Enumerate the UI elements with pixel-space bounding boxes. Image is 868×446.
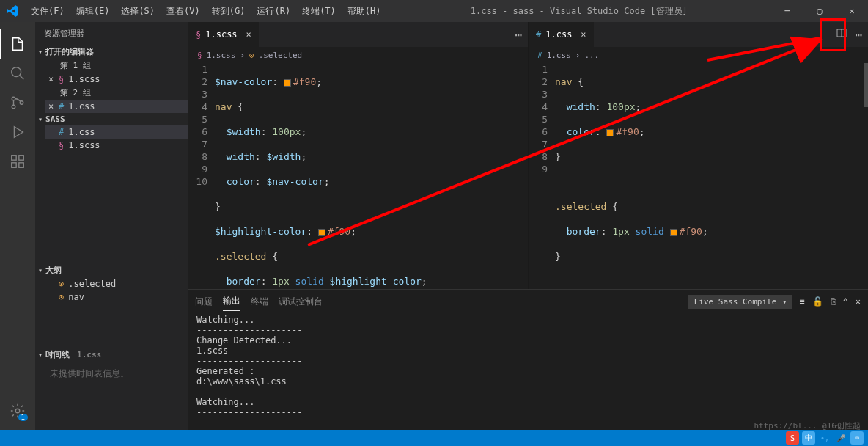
panel-tab-output[interactable]: 输出 <box>223 292 240 311</box>
activity-extensions-icon[interactable] <box>0 147 35 176</box>
panel-tabs: 问题 输出 终端 调试控制台 Live Sass Compile ≡ 🔓 ⎘ ⌃… <box>188 290 868 313</box>
code-body-scss[interactable]: $nav-color: #f90; nav { $width: 100px; w… <box>215 63 528 289</box>
open-editors-section[interactable]: 打开的编辑器 <box>35 45 188 59</box>
menu-file[interactable]: 文件(F) <box>25 5 70 18</box>
menu-run[interactable]: 运行(R) <box>251 5 296 18</box>
panel-close-icon[interactable]: ✕ <box>856 296 861 307</box>
tray-keyboard-icon[interactable]: ⌨ <box>850 431 864 445</box>
minimap-right[interactable] <box>824 63 868 289</box>
tab-close-icon[interactable]: × <box>581 29 586 40</box>
menu-bar: 文件(F) 编辑(E) 选择(S) 查看(V) 转到(G) 运行(R) 终端(T… <box>25 5 387 18</box>
gutter-right: 123456789 <box>529 63 555 289</box>
minimize-button[interactable]: ─ <box>771 0 803 22</box>
file-css[interactable]: #1.css <box>45 125 188 139</box>
tabs-right: #1.css× ⋯ <box>529 22 868 47</box>
tray-punct-icon[interactable]: •, <box>818 431 831 445</box>
open-editor-scss[interactable]: ×§1.scss <box>45 73 188 86</box>
output-panel-body[interactable]: Watching... -------------------- Change … <box>188 313 868 430</box>
tab-scss[interactable]: §1.scss× <box>188 22 260 47</box>
tab-css[interactable]: #1.css× <box>529 22 595 47</box>
svg-point-0 <box>12 67 21 77</box>
menu-edit[interactable]: 编辑(E) <box>70 5 116 18</box>
gutter-left: 12345678910 <box>188 63 215 289</box>
folder-sass-section[interactable]: SASS <box>35 113 188 125</box>
window-controls: ─ ▢ ✕ <box>771 0 868 22</box>
svg-rect-6 <box>12 163 16 167</box>
settings-badge: 1 <box>18 414 28 421</box>
panel-tab-debug-console[interactable]: 调试控制台 <box>279 293 323 311</box>
status-bar[interactable] <box>0 430 868 446</box>
clear-output-icon[interactable]: ≡ <box>799 296 804 307</box>
editor-pane-right: #1.css× ⋯ #1.css › ... 123456789 nav { w… <box>528 22 868 289</box>
lock-scroll-icon[interactable]: 🔓 <box>812 296 823 307</box>
title-bar: 文件(F) 编辑(E) 选择(S) 查看(V) 转到(G) 运行(R) 终端(T… <box>0 0 868 22</box>
svg-rect-5 <box>19 156 23 160</box>
svg-rect-4 <box>12 156 16 160</box>
outline-item-nav[interactable]: ⊙nav <box>45 290 188 304</box>
activity-scm-icon[interactable] <box>0 88 35 117</box>
svg-point-8 <box>15 409 20 413</box>
code-body-css[interactable]: nav { width: 100px; color: #f90; } .sele… <box>555 63 868 289</box>
explorer-title: 资源管理器 <box>35 22 188 45</box>
editor-group-2[interactable]: 第 2 组 <box>45 86 188 100</box>
vertical-scrollbar[interactable] <box>864 63 868 107</box>
maximize-button[interactable]: ▢ <box>803 0 836 22</box>
code-editor-css[interactable]: 123456789 nav { width: 100px; color: #f9… <box>529 63 868 289</box>
split-editor-icon[interactable] <box>836 27 847 42</box>
bottom-panel: 问题 输出 终端 调试控制台 Live Sass Compile ≡ 🔓 ⎘ ⌃… <box>188 289 868 430</box>
svg-rect-7 <box>19 163 23 167</box>
system-tray: S 中 •, 🎤 ⌨ <box>786 431 864 445</box>
tray-mic-icon[interactable]: 🎤 <box>834 431 847 445</box>
menu-help[interactable]: 帮助(H) <box>342 5 387 18</box>
open-log-icon[interactable]: ⎘ <box>831 296 836 307</box>
code-editor-scss[interactable]: 12345678910 $nav-color: #f90; nav { $wid… <box>188 63 528 289</box>
activity-explorer-icon[interactable] <box>0 29 35 59</box>
svg-point-3 <box>20 101 23 105</box>
timeline-empty-message: 未提供时间表信息。 <box>35 362 188 386</box>
outline-item-selected[interactable]: ⊙.selected <box>45 277 188 290</box>
tab-close-icon[interactable]: × <box>246 29 251 40</box>
minimap-left[interactable] <box>484 63 528 289</box>
menu-go[interactable]: 转到(G) <box>206 5 251 18</box>
svg-point-2 <box>12 105 15 109</box>
watermark-text: https://bl... @16创性起 <box>754 420 861 431</box>
activity-settings-icon[interactable]: 1 <box>0 396 35 425</box>
activity-bar: 1 <box>0 22 35 430</box>
panel-tab-problems[interactable]: 问题 <box>195 293 213 311</box>
sidebar-explorer: 资源管理器 打开的编辑器 第 1 组 ×§1.scss 第 2 组 ×#1.cs… <box>35 22 188 430</box>
activity-search-icon[interactable] <box>0 59 35 88</box>
editor-pane-left: §1.scss× ⋯ §1.scss › ⊙.selected 12345678… <box>188 22 528 289</box>
menu-selection[interactable]: 选择(S) <box>115 5 161 18</box>
tray-sogou-icon[interactable]: S <box>786 431 799 445</box>
vscode-logo-icon <box>0 5 25 17</box>
breadcrumb-left[interactable]: §1.scss › ⊙.selected <box>188 47 528 63</box>
tray-ime-icon[interactable]: 中 <box>802 431 815 445</box>
panel-tab-terminal[interactable]: 终端 <box>251 293 268 311</box>
more-actions-icon[interactable]: ⋯ <box>515 28 522 42</box>
svg-point-1 <box>12 97 15 100</box>
close-button[interactable]: ✕ <box>836 0 868 22</box>
tabs-left: §1.scss× ⋯ <box>188 22 528 47</box>
window-title: 1.css - sass - Visual Studio Code [管理员] <box>387 5 772 18</box>
output-channel-select[interactable]: Live Sass Compile <box>688 295 792 309</box>
panel-chevron-up-icon[interactable]: ⌃ <box>843 296 848 307</box>
open-editor-css[interactable]: ×#1.css <box>45 100 188 113</box>
outline-section[interactable]: 大纲 <box>35 263 188 277</box>
more-actions-icon[interactable]: ⋯ <box>855 28 862 42</box>
menu-view[interactable]: 查看(V) <box>161 5 206 18</box>
file-scss[interactable]: §1.scss <box>45 139 188 152</box>
timeline-section[interactable]: 时间线1.css <box>35 348 188 362</box>
activity-debug-icon[interactable] <box>0 117 35 147</box>
breadcrumb-right[interactable]: #1.css › ... <box>529 47 868 63</box>
menu-terminal[interactable]: 终端(T) <box>296 5 342 18</box>
editor-group-1[interactable]: 第 1 组 <box>45 59 188 73</box>
